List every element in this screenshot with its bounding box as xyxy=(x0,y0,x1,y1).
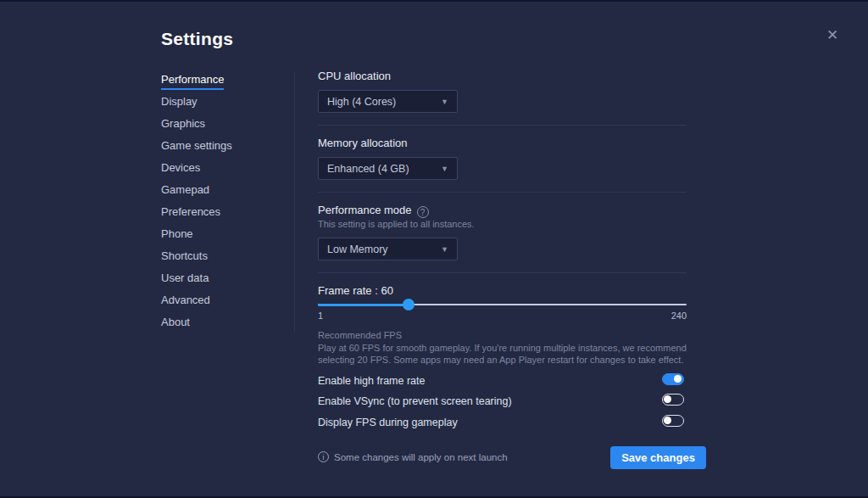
settings-sidebar: Performance Display Graphics Game settin… xyxy=(161,73,288,338)
memory-allocation-value: Enhanced (4 GB) xyxy=(327,163,409,175)
performance-mode-dropdown[interactable]: Low Memory ▼ xyxy=(318,238,458,260)
frame-rate-slider[interactable] xyxy=(318,299,687,311)
frame-rate-min-label: 1 xyxy=(318,311,323,321)
frame-rate-thumb[interactable] xyxy=(403,299,415,311)
recommended-fps-title: Recommended FPS xyxy=(318,330,402,340)
sidebar-item-preferences[interactable]: Preferences xyxy=(161,205,288,227)
sidebar-item-about[interactable]: About xyxy=(161,316,288,338)
toggle-row-vsync: Enable VSync (to prevent screen tearing) xyxy=(318,393,687,406)
memory-allocation-label: Memory allocation xyxy=(318,137,408,149)
section-divider xyxy=(318,192,687,193)
toggle-knob xyxy=(674,375,682,383)
memory-allocation-dropdown[interactable]: Enhanced (4 GB) ▼ xyxy=(318,157,458,180)
toggle-label: Enable VSync (to prevent screen tearing) xyxy=(318,395,512,407)
info-icon: i xyxy=(318,451,329,462)
sidebar-item-gamepad[interactable]: Gamepad xyxy=(161,183,288,205)
chevron-down-icon: ▼ xyxy=(441,98,448,106)
close-icon[interactable]: ✕ xyxy=(824,27,841,44)
toggle-knob xyxy=(664,395,671,403)
sidebar-item-graphics[interactable]: Graphics xyxy=(161,117,288,139)
sidebar-item-shortcuts[interactable]: Shortcuts xyxy=(161,249,288,271)
save-changes-button[interactable]: Save changes xyxy=(610,446,706,469)
chevron-down-icon: ▼ xyxy=(441,165,448,173)
sidebar-item-user-data[interactable]: User data xyxy=(161,271,288,294)
performance-mode-label: Performance mode? xyxy=(318,204,429,218)
sidebar-item-advanced[interactable]: Advanced xyxy=(161,294,288,316)
high-frame-rate-toggle[interactable] xyxy=(662,373,684,385)
sidebar-item-display[interactable]: Display xyxy=(161,95,288,117)
restart-notice-text: Some changes will apply on next launch xyxy=(334,452,508,462)
cpu-allocation-value: High (4 Cores) xyxy=(327,96,396,108)
toggle-label: Enable high frame rate xyxy=(318,375,425,387)
sidebar-item-performance[interactable]: Performance xyxy=(161,73,288,95)
section-divider xyxy=(318,272,687,273)
sidebar-item-game-settings[interactable]: Game settings xyxy=(161,139,288,161)
frame-rate-fill xyxy=(318,304,409,306)
performance-mode-value: Low Memory xyxy=(327,243,388,255)
help-icon[interactable]: ? xyxy=(417,206,429,218)
display-fps-toggle[interactable] xyxy=(662,415,684,427)
cpu-allocation-dropdown[interactable]: High (4 Cores) ▼ xyxy=(318,90,458,113)
cpu-allocation-label: CPU allocation xyxy=(318,70,391,82)
frame-rate-max-label: 240 xyxy=(671,311,687,321)
toggle-row-high-frame-rate: Enable high frame rate xyxy=(318,372,687,386)
sidebar-divider xyxy=(294,71,295,333)
section-divider xyxy=(318,125,687,126)
vsync-toggle[interactable] xyxy=(662,394,684,406)
toggle-knob xyxy=(664,417,671,424)
sidebar-item-devices[interactable]: Devices xyxy=(161,161,288,183)
performance-mode-note: This setting is applied to all instances… xyxy=(318,219,475,229)
restart-notice: i Some changes will apply on next launch xyxy=(318,451,508,462)
toggle-label: Display FPS during gameplay xyxy=(318,417,458,428)
toggle-row-display-fps: Display FPS during gameplay xyxy=(318,414,687,428)
frame-rate-label: Frame rate : 60 xyxy=(318,284,393,297)
sidebar-item-phone[interactable]: Phone xyxy=(161,227,288,249)
recommended-fps-body: Play at 60 FPS for smooth gameplay. If y… xyxy=(318,343,687,366)
page-title: Settings xyxy=(161,29,233,49)
chevron-down-icon: ▼ xyxy=(441,245,448,254)
frame-rate-scale: 1 240 xyxy=(318,311,687,321)
